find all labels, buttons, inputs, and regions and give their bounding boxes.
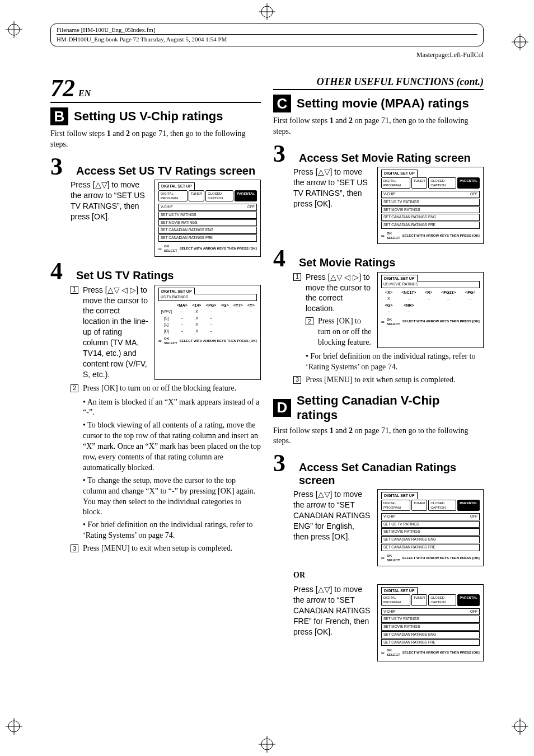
page-lang: EN — [78, 88, 91, 98]
page-number: 72 — [50, 76, 75, 101]
section-b-bullets: An item is blocked if an “X” mark appear… — [83, 397, 261, 542]
section-d-intro: First follow steps 1 and 2 on page 71, t… — [273, 426, 484, 447]
step-c4-sub1: Press [△▽ ◁ ▷] to move the cursor to the… — [306, 272, 372, 314]
substep-2: 2 — [71, 384, 78, 392]
section-d-title: Setting Canadian V-Chip ratings — [297, 393, 484, 422]
step-number-4: 4 — [273, 247, 293, 270]
osd-movie-ratings: DIGITAL SET UP US MOVIE RATINGS <X><NC17… — [377, 272, 484, 348]
step-b4-sub1: Press [△▽ ◁ ▷] to move the cursor to the… — [83, 285, 149, 380]
step-d3-text-eng: Press [△▽] to move the arrow to “SET CAN… — [293, 489, 372, 566]
filename-label: Filename [HM-100U_Eng_05Index.fm] — [57, 26, 477, 33]
step-c4-sub3: Press [MENU] to exit when setup is compl… — [306, 375, 456, 386]
osd-digital-setup: DIGITAL SET UP DIGITAL PROGRAM TUNER CLO… — [154, 180, 261, 257]
section-letter-c: C — [273, 95, 291, 112]
osd-digital-setup: DIGITAL SET UP DIGITAL PROGRAMTUNERCLOSE… — [377, 489, 484, 566]
substep-3: 3 — [71, 544, 78, 552]
crop-mark-icon — [512, 718, 528, 735]
crop-mark-icon — [6, 718, 22, 735]
or-label: OR — [293, 571, 484, 580]
step-c4-title: Set Movie Ratings — [299, 256, 484, 269]
section-b-intro: First follow steps 1 and 2 on page 71, t… — [50, 129, 261, 150]
section-c-intro: First follow steps 1 and 2 on page 71, t… — [273, 116, 484, 137]
crop-mark-icon — [512, 34, 528, 50]
osd-us-tv-ratings: DIGITAL SET UP US TV RATINGS <MA><14><PG… — [154, 285, 261, 380]
step-b3-text: Press [△▽] to move the arrow to “SET US … — [71, 180, 149, 257]
step-b3-title: Access Set US TV Ratings screen — [76, 165, 261, 177]
step-c4-sub2: Press [OK] to turn on or off the blockin… — [318, 316, 372, 348]
step-b4-sub2: Press [OK] to turn on or off the blockin… — [83, 383, 236, 394]
step-c3-title: Access Set Movie Rating screen — [299, 152, 484, 165]
section-c-title: Setting movie (MPAA) ratings — [297, 96, 469, 111]
step-c3-text: Press [△▽] to move the arrow to “SET US … — [293, 167, 372, 244]
step-b4-title: Set US TV Ratings — [76, 269, 261, 282]
step-d3-title: Access Set Canadian Ratings screen — [299, 461, 484, 487]
menu-icon: ▭ — [158, 246, 162, 251]
page-header-row: 72 EN — [50, 76, 261, 103]
running-head: OTHER USEFUL FUNCTIONS (cont.) — [317, 76, 484, 88]
step-number-3: 3 — [50, 156, 71, 178]
crop-mark-icon — [259, 736, 275, 753]
osd-digital-setup: DIGITAL SET UP DIGITAL PROGRAMTUNERCLOSE… — [377, 584, 484, 661]
step-d3-text-fre: Press [△▽] to move the arrow to “SET CAN… — [293, 584, 372, 661]
crop-mark-icon — [6, 21, 22, 38]
bookline: HM-DH100U_Eng.book Page 72 Thursday, Aug… — [57, 36, 477, 43]
right-column: OTHER USEFUL FUNCTIONS (cont.) C Setting… — [273, 76, 484, 661]
masterpage-label: Masterpage:Left-FullCol — [34, 51, 484, 59]
step-number-4: 4 — [50, 260, 71, 283]
section-b-title: Setting US V-Chip ratings — [74, 109, 223, 124]
step-number-3: 3 — [273, 452, 293, 475]
section-letter-b: B — [50, 107, 68, 125]
left-column: 72 EN B Setting US V-Chip ratings First … — [50, 76, 261, 661]
step-b4-sub3: Press [MENU] to exit when setup is compl… — [83, 543, 233, 554]
crop-mark-icon — [259, 3, 275, 20]
section-letter-d: D — [273, 399, 291, 417]
framemaker-header: Filename [HM-100U_Eng_05Index.fm] HM-DH1… — [50, 24, 484, 46]
substep-1: 1 — [71, 286, 78, 294]
osd-digital-setup: DIGITAL SET UP DIGITAL PROGRAMTUNERCLOSE… — [377, 167, 484, 244]
step-number-3: 3 — [273, 143, 293, 165]
